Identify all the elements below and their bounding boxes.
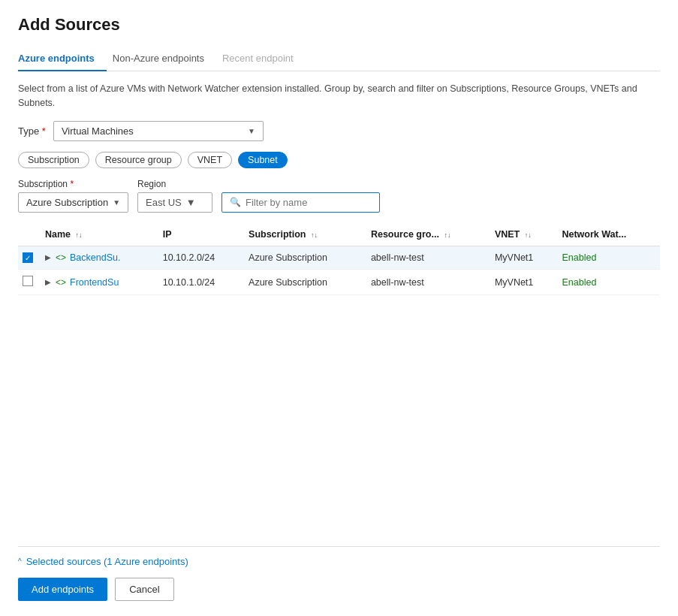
row2-checkbox[interactable] [23, 276, 33, 286]
region-dropdown[interactable]: East US ▼ [137, 192, 212, 213]
type-row: Type * Virtual Machines ▼ [18, 121, 660, 141]
row2-name-link[interactable]: FrontendSu [70, 277, 119, 288]
row2-network-watcher: Enabled [557, 270, 660, 295]
row1-network-watcher: Enabled [557, 246, 660, 270]
search-icon: 🔍 [230, 197, 241, 207]
filter-pills: Subscription Resource group VNET Subnet [18, 152, 660, 168]
subscription-sort-arrows: ↑↓ [311, 231, 318, 239]
subscription-filter-label: Subscription * [18, 179, 128, 189]
col-network-watcher: Network Wat... [557, 223, 660, 246]
subscription-dropdown-chevron: ▼ [113, 198, 120, 207]
bottom-section: ^ Selected sources (1 Azure endpoints) A… [18, 546, 660, 601]
subscription-dropdown[interactable]: Azure Subscription ▼ [18, 192, 128, 213]
col-checkbox [18, 223, 41, 246]
row2-resource-group: abell-nw-test [366, 270, 490, 295]
row2-expand[interactable]: ▶ [45, 278, 51, 286]
subscription-filter-group: Subscription * Azure Subscription ▼ [18, 179, 128, 213]
tab-non-azure-endpoints[interactable]: Non-Azure endpoints [113, 47, 216, 71]
name-sort-arrows: ↑↓ [76, 231, 83, 239]
pill-resource-group[interactable]: Resource group [95, 152, 182, 168]
row1-resource-group: abell-nw-test [366, 246, 490, 270]
search-input[interactable] [246, 197, 372, 208]
tab-recent-endpoint: Recent endpoint [222, 47, 306, 71]
search-box[interactable]: 🔍 [221, 192, 380, 213]
row1-subnet-icon: <> [56, 252, 66, 263]
row2-name-cell: ▶ <> FrontendSu [41, 270, 158, 295]
row2-checkbox-cell[interactable] [18, 270, 41, 295]
pill-subscription[interactable]: Subscription [18, 152, 89, 168]
vnet-sort-arrows: ↑↓ [525, 231, 532, 239]
cancel-button[interactable]: Cancel [115, 578, 173, 601]
region-label: Region [137, 179, 212, 189]
row2-vnet: MyVNet1 [490, 270, 558, 295]
row1-vnet: MyVNet1 [490, 246, 558, 270]
type-dropdown[interactable]: Virtual Machines ▼ [53, 121, 264, 141]
pill-subnet[interactable]: Subnet [238, 152, 288, 168]
table-container: Name ↑↓ IP Subscription ↑↓ Resource gro.… [18, 223, 660, 385]
region-dropdown-chevron: ▼ [186, 197, 196, 208]
type-dropdown-chevron: ▼ [248, 127, 255, 135]
add-endpoints-button[interactable]: Add endpoints [18, 578, 107, 601]
col-subscription[interactable]: Subscription ↑↓ [244, 223, 366, 246]
row2-ip: 10.10.1.0/24 [158, 270, 244, 295]
row1-subscription: Azure Subscription [244, 246, 366, 270]
col-name[interactable]: Name ↑↓ [41, 223, 158, 246]
row1-ip: 10.10.2.0/24 [158, 246, 244, 270]
selected-sources-chevron: ^ [18, 557, 22, 566]
col-ip: IP [158, 223, 244, 246]
col-resource-group[interactable]: Resource gro... ↑↓ [366, 223, 490, 246]
row1-checkbox-cell[interactable]: ✓ [18, 246, 41, 270]
rg-sort-arrows: ↑↓ [444, 231, 450, 239]
table-row: ▶ <> FrontendSu 10.10.1.0/24 Azure Subsc… [18, 270, 660, 295]
table-row: ✓ ▶ <> BackendSu. 10.10.2.0/24 Azure Sub… [18, 246, 660, 270]
row1-name-cell: ▶ <> BackendSu. [41, 246, 158, 270]
row2-subnet-icon: <> [56, 277, 66, 288]
tab-azure-endpoints[interactable]: Azure endpoints [18, 47, 107, 71]
tabs-bar: Azure endpoints Non-Azure endpoints Rece… [18, 47, 660, 71]
selected-sources[interactable]: ^ Selected sources (1 Azure endpoints) [18, 556, 660, 567]
type-label: Type * [18, 125, 46, 137]
col-vnet[interactable]: VNET ↑↓ [490, 223, 558, 246]
endpoints-table: Name ↑↓ IP Subscription ↑↓ Resource gro.… [18, 223, 660, 296]
pill-vnet[interactable]: VNET [188, 152, 232, 168]
region-filter-group: Region East US ▼ [137, 179, 212, 213]
filter-row: Subscription * Azure Subscription ▼ Regi… [18, 179, 660, 213]
description-text: Select from a list of Azure VMs with Net… [18, 82, 660, 110]
row2-subscription: Azure Subscription [244, 270, 366, 295]
row1-checkbox[interactable]: ✓ [23, 252, 33, 263]
action-buttons: Add endpoints Cancel [18, 578, 660, 601]
page-title: Add Sources [18, 15, 660, 35]
row1-name-link[interactable]: BackendSu. [70, 252, 120, 263]
row1-expand[interactable]: ▶ [45, 253, 51, 261]
